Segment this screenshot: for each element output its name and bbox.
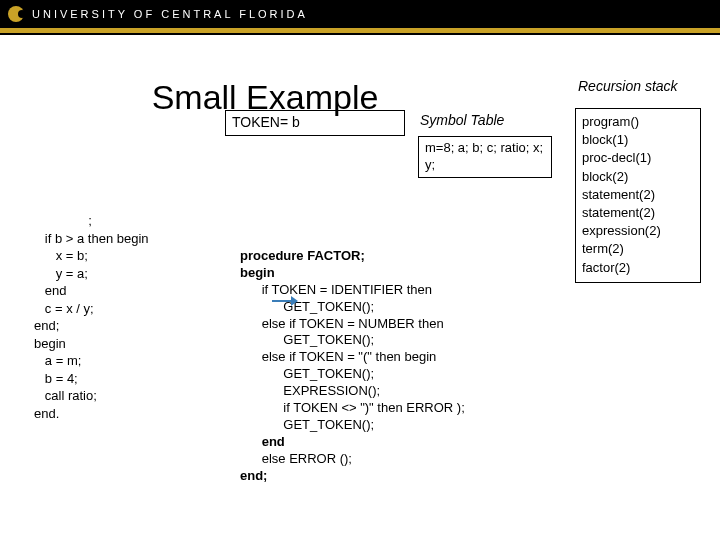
code-line: begin xyxy=(240,265,275,280)
code-line: EXPRESSION(); xyxy=(240,383,380,398)
code-line: end; xyxy=(240,468,267,483)
code-line: if TOKEN = IDENTIFIER then xyxy=(240,282,432,297)
stack-item: proc-decl(1) xyxy=(582,149,694,167)
black-divider xyxy=(0,33,720,35)
code-line: procedure FACTOR; xyxy=(240,248,365,263)
stack-item: term(2) xyxy=(582,240,694,258)
stack-item: program() xyxy=(582,113,694,131)
org-name: UNIVERSITY OF CENTRAL FLORIDA xyxy=(32,8,308,20)
code-line: GET_TOKEN(); xyxy=(240,366,374,381)
code-line: end xyxy=(240,434,285,449)
stack-item: block(2) xyxy=(582,168,694,186)
code-line: else if TOKEN = "(" then begin xyxy=(240,349,436,364)
token-box: TOKEN= b xyxy=(225,110,405,136)
recursion-stack-label: Recursion stack xyxy=(578,78,678,94)
slide-content: Small Example TOKEN= b Symbol Table m=8;… xyxy=(0,60,720,129)
ucf-logo xyxy=(8,6,24,22)
code-line: GET_TOKEN(); xyxy=(240,299,374,314)
source-code-left: ; if b > a then begin x = b; y = a; end … xyxy=(34,212,149,423)
code-line: else if TOKEN = NUMBER then xyxy=(240,316,444,331)
symbol-table-label: Symbol Table xyxy=(420,112,504,128)
code-line: GET_TOKEN(); xyxy=(240,417,374,432)
header-bar: UNIVERSITY OF CENTRAL FLORIDA xyxy=(0,0,720,28)
symbol-table-box: m=8; a; b; c; ratio; x; y; xyxy=(418,136,552,178)
stack-item: block(1) xyxy=(582,131,694,149)
code-line: else ERROR (); xyxy=(240,451,352,466)
stack-item: statement(2) xyxy=(582,204,694,222)
stack-item: factor(2) xyxy=(582,259,694,277)
recursion-stack-box: program() block(1) proc-decl(1) block(2)… xyxy=(575,108,701,283)
code-line: GET_TOKEN(); xyxy=(240,332,374,347)
stack-item: expression(2) xyxy=(582,222,694,240)
code-line: if TOKEN <> ")" then ERROR ); xyxy=(240,400,465,415)
procedure-factor-code: procedure FACTOR; begin if TOKEN = IDENT… xyxy=(240,248,465,484)
stack-item: statement(2) xyxy=(582,186,694,204)
pointer-arrow-icon xyxy=(272,296,298,306)
